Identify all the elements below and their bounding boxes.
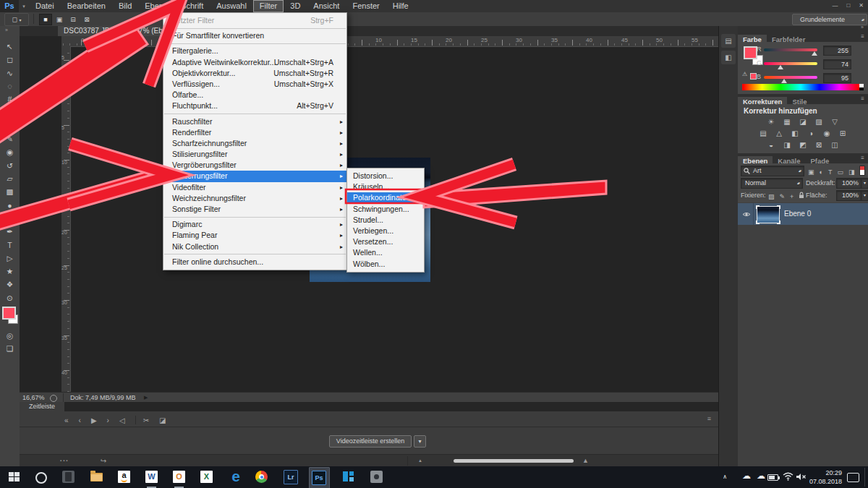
invert-icon[interactable]: ◒ (765, 140, 777, 150)
hand-tool[interactable]: ❖ (2, 278, 17, 290)
photoshop-taskbar-button[interactable]: Ps (309, 467, 330, 488)
channel-value-b[interactable]: 95 (823, 73, 851, 83)
channel-value-g[interactable]: 74 (823, 59, 851, 69)
camera-app-button[interactable] (370, 471, 383, 483)
transition-button[interactable]: ◪ (159, 416, 166, 424)
opacity-input[interactable]: 100% (836, 178, 861, 189)
channel-value-r[interactable]: 255 (823, 46, 851, 56)
brush-tool[interactable]: ✎ (2, 133, 17, 145)
timeline-mode-caret-button[interactable]: ▾ (414, 435, 426, 448)
posterize-icon[interactable]: ◨ (781, 140, 793, 150)
lock-pixels-icon[interactable]: ✎ (780, 193, 786, 200)
create-video-timeline-button[interactable]: Videozeitleiste erstellen (329, 435, 412, 448)
filter-type-layers-icon[interactable]: T (828, 168, 833, 176)
audio-mute-button[interactable]: ◁ (119, 416, 125, 424)
menubar-item-schrift[interactable]: Schrift (174, 0, 210, 12)
menu-item-distorsion[interactable]: Distorsion... (347, 171, 424, 181)
menu-item-objektivkorrektur[interactable]: Objektivkorrektur...Umschalt+Strg+R (163, 68, 346, 79)
timeline-panel-menu-icon[interactable]: ≡ (707, 411, 711, 427)
vibrance-icon[interactable]: ▽ (829, 117, 841, 127)
menu-item-wellen[interactable]: Wellen... (347, 247, 424, 258)
menubar-item-datei[interactable]: Datei (29, 0, 61, 12)
dodge-tool[interactable]: ◐ (2, 213, 17, 224)
restore-button[interactable]: □ (846, 0, 850, 12)
menu-item-filter-online-durchsuchen[interactable]: Filter online durchsuchen... (163, 257, 346, 267)
collapse-toolbar-icon[interactable]: » (5, 27, 8, 33)
quick-mask-button[interactable]: ◎ (2, 330, 17, 341)
zoom-level[interactable]: 16,67% (22, 393, 45, 403)
layer-name[interactable]: Ebene 0 (784, 210, 811, 218)
vertical-ruler[interactable]: 50510152025303540 (61, 46, 71, 392)
word-button[interactable]: W (145, 471, 158, 483)
menu-item-kräuseln[interactable]: Kräuseln... (347, 181, 424, 192)
collapse-panels-icon[interactable]: » (861, 25, 864, 30)
snipping-tool-button[interactable] (62, 471, 75, 483)
clock[interactable]: 20:29 07.08.2018 (807, 468, 842, 486)
frames-icon[interactable]: ▪▪▪ (60, 455, 69, 467)
blur-tool[interactable]: ● (2, 200, 17, 211)
foreground-color-swatch[interactable] (744, 46, 757, 59)
add-selection-button[interactable]: ▣ (53, 14, 66, 25)
wifi-icon[interactable] (783, 472, 793, 481)
split-at-playhead-button[interactable]: ✂ (143, 416, 149, 424)
lightroom-button[interactable]: Lr (284, 470, 298, 484)
menubar-item-filter[interactable]: Filter (253, 0, 284, 12)
excel-button[interactable]: X (200, 471, 213, 483)
status-arrow-icon[interactable]: ▶ (144, 393, 148, 403)
menubar-item-hilfe[interactable]: Hilfe (386, 0, 415, 12)
tool-preset-picker[interactable]: ◻ ▾ (4, 13, 29, 26)
menu-item-renderfilter[interactable]: Renderfilter▸ (163, 127, 346, 138)
photo-filter-icon[interactable]: ◑ (805, 129, 817, 138)
menu-item-sonstige-filter[interactable]: Sonstige Filter▸ (163, 204, 346, 215)
file-explorer-button[interactable] (90, 473, 103, 481)
menu-item-verbiegen[interactable]: Verbiegen... (347, 226, 424, 236)
previous-frame-button[interactable]: ‹ (79, 416, 81, 424)
document-size-info[interactable]: Dok: 7,49 MB/9,99 MB (70, 393, 136, 403)
workspace-switcher[interactable]: Grundelemente ▴▾ (792, 14, 867, 25)
healing-brush-tool[interactable]: ⊕ (2, 120, 17, 132)
battery-icon[interactable] (767, 474, 778, 481)
fill-caret-button[interactable]: ▾ (861, 190, 868, 201)
menu-item-stilisierungsfilter[interactable]: Stilisierungsfilter▸ (163, 149, 346, 160)
menu-item-adaptive-weitwinkelkorrektur[interactable]: Adaptive Weitwinkelkorrektur...Umschalt+… (163, 57, 346, 68)
marquee-tool[interactable]: ◻ (2, 53, 17, 65)
panel-menu-icon[interactable]: ≡ (861, 33, 864, 40)
filter-shape-layers-icon[interactable]: ▭ (837, 168, 843, 176)
menu-item-schwingungen[interactable]: Schwingungen... (347, 204, 424, 215)
slider-thumb[interactable] (812, 51, 817, 56)
timeline-zoom-slider[interactable] (454, 459, 574, 463)
minimize-button[interactable]: — (832, 0, 838, 12)
menu-item-versetzen[interactable]: Versetzen... (347, 236, 424, 247)
menu-item-verzerrungsfilter[interactable]: Verzerrungsfilter▸ (163, 171, 346, 181)
amazon-button[interactable]: a (118, 471, 130, 483)
color-balance-icon[interactable]: △ (773, 129, 785, 138)
move-tool[interactable]: ↖ (2, 40, 17, 52)
new-selection-button[interactable]: ■ (39, 14, 52, 25)
shortcut-arrow-icon[interactable]: ↪ (101, 455, 106, 467)
collapsed-history-panel-button[interactable]: ▤ (721, 34, 736, 48)
timeline-tab[interactable]: Zeitleiste (20, 402, 64, 411)
menubar-item-bearbeiten[interactable]: Bearbeiten (61, 0, 112, 12)
fill-input[interactable]: 100% (836, 190, 861, 201)
play-button[interactable]: ▶ (91, 416, 97, 424)
eraser-tool[interactable]: ▱ (2, 173, 17, 184)
collapsed-properties-panel-button[interactable]: ◧ (721, 51, 736, 64)
menu-item-digimarc[interactable]: Digimarc▸ (163, 219, 346, 230)
filter-smart-objects-icon[interactable]: ◨ (848, 168, 855, 176)
brightness-contrast-icon[interactable]: ☀ (765, 117, 777, 127)
threshold-icon[interactable]: ◩ (797, 140, 809, 150)
start-button[interactable] (9, 472, 20, 481)
menu-item-weichzeichnungsfilter[interactable]: Weichzeichnungsfilter▸ (163, 193, 346, 204)
menu-item-für-smartfilter-konvertieren[interactable]: Für Smartfilter konvertieren (163, 30, 346, 41)
chrome-button[interactable] (255, 471, 268, 483)
timeline-zoom-in-icon[interactable]: ▲ (582, 455, 589, 467)
slider-thumb[interactable] (778, 65, 783, 69)
zoom-tool[interactable]: ⊙ (2, 292, 17, 304)
screen-mode-button[interactable]: ❏ (2, 343, 17, 354)
menu-item-scharfzeichnungsfilter[interactable]: Scharfzeichnungsfilter▸ (163, 138, 346, 149)
clone-stamp-tool[interactable]: ◉ (2, 146, 17, 158)
lock-position-icon[interactable]: + (790, 193, 793, 200)
lock-transparency-icon[interactable]: ▨ (768, 193, 775, 200)
levels-icon[interactable]: ▦ (781, 117, 793, 127)
outlook-button[interactable]: O (173, 471, 185, 483)
